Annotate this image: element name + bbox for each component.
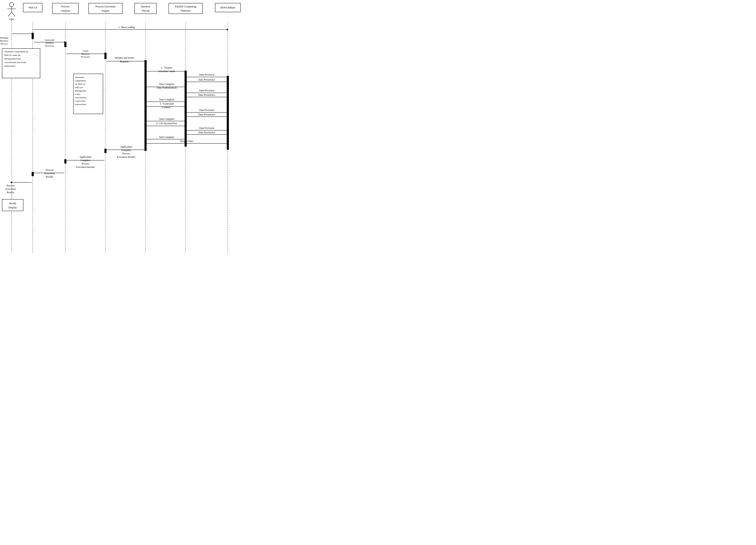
svg-text:Task Complete: Task Complete — [159, 117, 174, 120]
svg-text:Results Data: Results Data — [180, 140, 193, 143]
svg-rect-121 — [64, 159, 66, 163]
svg-text:distinguished into: distinguished into — [4, 57, 21, 60]
svg-text:Daemon: Daemon — [141, 5, 150, 8]
svg-text:Platform: Platform — [181, 9, 190, 12]
svg-text:l and cloud: l and cloud — [75, 100, 85, 102]
svg-text:Task Complete: Task Complete — [159, 98, 174, 101]
svg-rect-151 — [2, 199, 23, 211]
svg-text:Building: Building — [0, 36, 8, 39]
svg-rect-127 — [32, 172, 34, 176]
svg-text:distinguishe: distinguishe — [75, 89, 86, 92]
svg-text:Results: Results — [46, 175, 53, 178]
svg-text:Requests: Requests — [120, 60, 129, 63]
svg-point-7 — [9, 3, 14, 7]
svg-rect-43 — [64, 42, 66, 47]
svg-text:Data Persistence: Data Persistence — [198, 78, 215, 81]
svg-line-10 — [8, 12, 12, 16]
svg-text:Execution Results: Execution Results — [76, 166, 95, 169]
svg-text:Column": Column" — [162, 106, 171, 109]
svg-text:tasks are: tasks are — [75, 86, 83, 89]
svg-text:Complete: Complete — [121, 149, 131, 152]
svg-text:2. "Feature: 2. "Feature — [161, 66, 172, 69]
svg-text:Data Provision: Data Provision — [199, 89, 214, 92]
svg-text:Task Complete: Task Complete — [159, 83, 174, 86]
svg-text:conventional and cloud: conventional and cloud — [4, 61, 26, 63]
svg-text:Engine: Engine — [102, 9, 109, 12]
svg-text:4. C45 DecisionTree: 4. C45 DecisionTree — [156, 122, 177, 125]
svg-text:Web UI: Web UI — [28, 6, 37, 9]
svg-text:Annotated: Annotated — [45, 39, 54, 41]
svg-text:1. Data Loading: 1. Data Loading — [118, 26, 135, 29]
svg-text:conventiona: conventiona — [75, 96, 86, 99]
svg-text:HDFS/HBase: HDFS/HBase — [220, 6, 235, 9]
svg-text:Data Persistence: Data Persistence — [198, 93, 215, 96]
svg-text:Result: Result — [9, 202, 16, 205]
svg-rect-37 — [32, 33, 34, 39]
svg-text:transactions.: transactions. — [75, 103, 87, 105]
svg-text:Business: Business — [45, 42, 54, 44]
svg-text:Application: Application — [120, 145, 132, 148]
svg-text:components: components — [75, 79, 86, 82]
svg-text:Cloud: Cloud — [83, 50, 88, 52]
svg-text:Data Normalization: Data Normalization — [157, 86, 177, 89]
svg-text:Web UI, tasks are: Web UI, tasks are — [4, 54, 21, 56]
svg-text:Data Persistence: Data Persistence — [198, 131, 215, 134]
svg-text:Selection" chain: Selection" chain — [158, 70, 175, 73]
svg-text:Annotates components by: Annotates components by — [4, 50, 28, 53]
svg-rect-49 — [104, 53, 107, 59]
svg-text:Process Execution: Process Execution — [95, 5, 116, 8]
svg-text:Results: Results — [7, 191, 14, 194]
svg-text:Business: Business — [81, 53, 89, 55]
svg-text:Thread: Thread — [142, 9, 150, 12]
svg-line-11 — [12, 12, 15, 16]
svg-text:Process: Process — [61, 5, 70, 8]
svg-marker-129 — [10, 181, 12, 183]
svg-text:Execution Results: Execution Results — [117, 155, 135, 158]
svg-text:Business: Business — [0, 39, 8, 42]
svg-text:Process: Process — [1, 42, 8, 45]
svg-text:Data Provision: Data Provision — [199, 127, 214, 130]
svg-rect-114 — [104, 149, 107, 153]
sequence-diagram: User Web UI Process Analysis Process Exe… — [0, 0, 378, 273]
svg-text:Parallel Computing: Parallel Computing — [175, 5, 196, 8]
svg-text:Display: Display — [8, 206, 17, 209]
svg-marker-30 — [227, 28, 228, 31]
svg-text:Data Persistence: Data Persistence — [198, 113, 215, 116]
svg-text:Initiates and Issues: Initiates and Issues — [115, 56, 134, 59]
svg-text:Process: Process — [122, 152, 130, 155]
svg-text:Application: Application — [80, 155, 92, 158]
svg-text:Annotates: Annotates — [75, 76, 84, 78]
svg-text:Execution: Execution — [45, 172, 55, 175]
svg-text:Process: Process — [82, 162, 89, 165]
svg-text:Data Provision: Data Provision — [199, 109, 214, 112]
svg-text:Process: Process — [7, 184, 15, 187]
svg-text:Data Provision: Data Provision — [199, 73, 214, 76]
svg-text:User: User — [9, 18, 14, 21]
svg-rect-54 — [144, 60, 147, 151]
svg-text:Task Complete: Task Complete — [159, 136, 174, 139]
svg-text:Processes: Processes — [45, 45, 54, 47]
svg-text:Processes: Processes — [81, 55, 90, 58]
svg-text:Process: Process — [46, 169, 54, 171]
svg-text:3. "Generated: 3. "Generated — [160, 102, 174, 105]
svg-text:Execution: Execution — [5, 188, 16, 190]
svg-text:by Web UI,: by Web UI, — [75, 83, 86, 85]
svg-text:d into: d into — [75, 93, 80, 95]
svg-text:Complete: Complete — [81, 159, 90, 162]
svg-text:transactions.: transactions. — [4, 65, 16, 67]
svg-text:Analysis: Analysis — [61, 9, 70, 12]
